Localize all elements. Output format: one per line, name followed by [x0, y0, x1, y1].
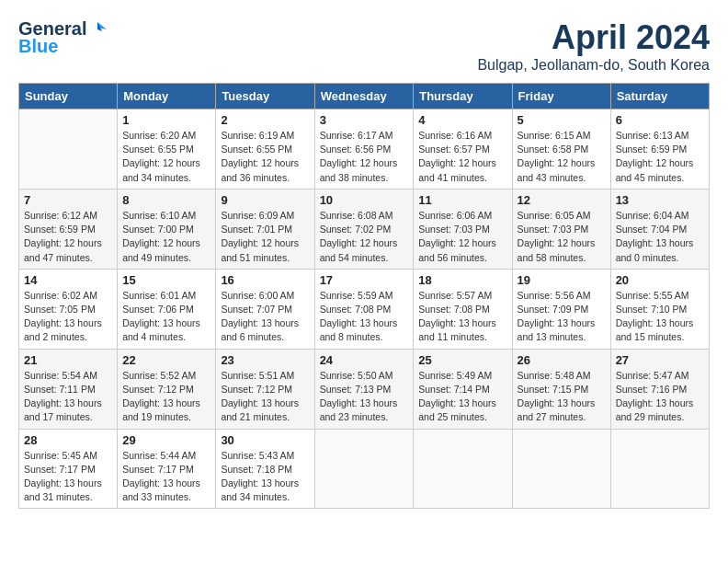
day-info: Sunrise: 5:45 AMSunset: 7:17 PMDaylight:… [24, 449, 112, 505]
logo-blue: Blue [18, 36, 58, 57]
day-info: Sunrise: 6:15 AMSunset: 6:58 PMDaylight:… [518, 129, 606, 185]
day-info: Sunrise: 6:05 AMSunset: 7:03 PMDaylight:… [518, 209, 606, 265]
calendar-cell [414, 429, 512, 509]
day-number: 1 [122, 113, 210, 127]
day-info: Sunrise: 6:12 AMSunset: 6:59 PMDaylight:… [24, 209, 112, 265]
day-info: Sunrise: 5:55 AMSunset: 7:10 PMDaylight:… [616, 289, 704, 345]
calendar-cell: 5Sunrise: 6:15 AMSunset: 6:58 PMDaylight… [512, 109, 610, 190]
day-number: 23 [221, 353, 309, 367]
day-number: 16 [221, 273, 309, 287]
day-number: 17 [320, 273, 409, 287]
calendar-cell: 6Sunrise: 6:13 AMSunset: 6:59 PMDaylight… [610, 109, 709, 190]
day-info: Sunrise: 6:17 AMSunset: 6:56 PMDaylight:… [320, 129, 409, 185]
calendar-cell: 28Sunrise: 5:45 AMSunset: 7:17 PMDayligh… [19, 429, 118, 509]
day-info: Sunrise: 5:59 AMSunset: 7:08 PMDaylight:… [320, 289, 409, 345]
calendar-week-2: 7Sunrise: 6:12 AMSunset: 6:59 PMDaylight… [19, 189, 710, 269]
day-info: Sunrise: 6:16 AMSunset: 6:57 PMDaylight:… [418, 129, 506, 185]
calendar-cell: 1Sunrise: 6:20 AMSunset: 6:55 PMDaylight… [118, 109, 216, 190]
day-info: Sunrise: 5:50 AMSunset: 7:13 PMDaylight:… [320, 369, 409, 425]
calendar-cell: 16Sunrise: 6:00 AMSunset: 7:07 PMDayligh… [216, 269, 314, 349]
day-number: 12 [518, 193, 606, 207]
subtitle: Bulgap, Jeollanam-do, South Korea [477, 57, 710, 74]
calendar-cell: 3Sunrise: 6:17 AMSunset: 6:56 PMDaylight… [314, 109, 414, 190]
day-info: Sunrise: 5:54 AMSunset: 7:11 PMDaylight:… [24, 369, 112, 425]
weekday-header-monday: Monday [118, 84, 216, 109]
day-number: 14 [24, 273, 112, 287]
day-number: 6 [616, 113, 704, 127]
calendar-cell: 7Sunrise: 6:12 AMSunset: 6:59 PMDaylight… [19, 189, 118, 269]
day-number: 26 [518, 353, 606, 367]
calendar-cell: 14Sunrise: 6:02 AMSunset: 7:05 PMDayligh… [19, 269, 118, 349]
calendar-cell: 20Sunrise: 5:55 AMSunset: 7:10 PMDayligh… [610, 269, 709, 349]
calendar-cell: 19Sunrise: 5:56 AMSunset: 7:09 PMDayligh… [512, 269, 610, 349]
day-info: Sunrise: 6:00 AMSunset: 7:07 PMDaylight:… [221, 289, 309, 345]
day-info: Sunrise: 6:06 AMSunset: 7:03 PMDaylight:… [418, 209, 506, 265]
day-number: 8 [122, 193, 210, 207]
calendar-cell [19, 109, 118, 190]
calendar-cell: 8Sunrise: 6:10 AMSunset: 7:00 PMDaylight… [118, 189, 216, 269]
main-title: April 2024 [477, 18, 710, 57]
day-number: 21 [24, 353, 112, 367]
day-info: Sunrise: 5:44 AMSunset: 7:17 PMDaylight:… [122, 449, 210, 505]
calendar-week-3: 14Sunrise: 6:02 AMSunset: 7:05 PMDayligh… [19, 269, 710, 349]
day-number: 28 [24, 433, 112, 447]
calendar-cell: 25Sunrise: 5:49 AMSunset: 7:14 PMDayligh… [414, 349, 512, 429]
calendar-cell [314, 429, 414, 509]
day-info: Sunrise: 5:57 AMSunset: 7:08 PMDaylight:… [418, 289, 506, 345]
calendar-cell: 15Sunrise: 6:01 AMSunset: 7:06 PMDayligh… [118, 269, 216, 349]
day-number: 24 [320, 353, 409, 367]
day-info: Sunrise: 6:02 AMSunset: 7:05 PMDaylight:… [24, 289, 112, 345]
calendar-cell [512, 429, 610, 509]
calendar-week-5: 28Sunrise: 5:45 AMSunset: 7:17 PMDayligh… [19, 429, 710, 509]
day-info: Sunrise: 5:52 AMSunset: 7:12 PMDaylight:… [122, 369, 210, 425]
day-number: 19 [518, 273, 606, 287]
weekday-header-tuesday: Tuesday [216, 84, 314, 109]
calendar-cell: 23Sunrise: 5:51 AMSunset: 7:12 PMDayligh… [216, 349, 314, 429]
day-number: 20 [616, 273, 704, 287]
day-info: Sunrise: 5:56 AMSunset: 7:09 PMDaylight:… [518, 289, 606, 345]
calendar-cell [610, 429, 709, 509]
day-number: 11 [418, 193, 506, 207]
calendar-cell: 29Sunrise: 5:44 AMSunset: 7:17 PMDayligh… [118, 429, 216, 509]
day-info: Sunrise: 5:47 AMSunset: 7:16 PMDaylight:… [616, 369, 704, 425]
calendar-cell: 13Sunrise: 6:04 AMSunset: 7:04 PMDayligh… [610, 189, 709, 269]
day-info: Sunrise: 6:04 AMSunset: 7:04 PMDaylight:… [616, 209, 704, 265]
calendar-cell: 10Sunrise: 6:08 AMSunset: 7:02 PMDayligh… [314, 189, 414, 269]
day-number: 2 [221, 113, 309, 127]
logo: General Blue [18, 18, 107, 57]
day-number: 7 [24, 193, 112, 207]
day-number: 13 [616, 193, 704, 207]
day-info: Sunrise: 5:48 AMSunset: 7:15 PMDaylight:… [518, 369, 606, 425]
day-info: Sunrise: 6:01 AMSunset: 7:06 PMDaylight:… [122, 289, 210, 345]
calendar-table: SundayMondayTuesdayWednesdayThursdayFrid… [18, 83, 710, 509]
page-header: General Blue April 2024 Bulgap, Jeollana… [18, 18, 710, 74]
day-number: 18 [418, 273, 506, 287]
day-info: Sunrise: 5:51 AMSunset: 7:12 PMDaylight:… [221, 369, 309, 425]
day-info: Sunrise: 6:08 AMSunset: 7:02 PMDaylight:… [320, 209, 409, 265]
day-number: 4 [418, 113, 506, 127]
calendar-header-row: SundayMondayTuesdayWednesdayThursdayFrid… [19, 84, 710, 109]
calendar-cell: 17Sunrise: 5:59 AMSunset: 7:08 PMDayligh… [314, 269, 414, 349]
calendar-cell: 9Sunrise: 6:09 AMSunset: 7:01 PMDaylight… [216, 189, 314, 269]
calendar-cell: 12Sunrise: 6:05 AMSunset: 7:03 PMDayligh… [512, 189, 610, 269]
day-info: Sunrise: 6:20 AMSunset: 6:55 PMDaylight:… [122, 129, 210, 185]
day-number: 29 [122, 433, 210, 447]
calendar-cell: 30Sunrise: 5:43 AMSunset: 7:18 PMDayligh… [216, 429, 314, 509]
day-info: Sunrise: 5:43 AMSunset: 7:18 PMDaylight:… [221, 449, 309, 505]
weekday-header-friday: Friday [512, 84, 610, 109]
day-info: Sunrise: 6:10 AMSunset: 7:00 PMDaylight:… [122, 209, 210, 265]
weekday-header-sunday: Sunday [19, 84, 118, 109]
calendar-cell: 11Sunrise: 6:06 AMSunset: 7:03 PMDayligh… [414, 189, 512, 269]
day-number: 3 [320, 113, 409, 127]
calendar-cell: 18Sunrise: 5:57 AMSunset: 7:08 PMDayligh… [414, 269, 512, 349]
day-number: 25 [418, 353, 506, 367]
calendar-cell: 27Sunrise: 5:47 AMSunset: 7:16 PMDayligh… [610, 349, 709, 429]
calendar-cell: 24Sunrise: 5:50 AMSunset: 7:13 PMDayligh… [314, 349, 414, 429]
calendar-cell: 2Sunrise: 6:19 AMSunset: 6:55 PMDaylight… [216, 109, 314, 190]
day-info: Sunrise: 6:19 AMSunset: 6:55 PMDaylight:… [221, 129, 309, 185]
day-number: 10 [320, 193, 409, 207]
day-number: 30 [221, 433, 309, 447]
logo-bird-icon [88, 20, 107, 39]
day-number: 22 [122, 353, 210, 367]
calendar-cell: 22Sunrise: 5:52 AMSunset: 7:12 PMDayligh… [118, 349, 216, 429]
